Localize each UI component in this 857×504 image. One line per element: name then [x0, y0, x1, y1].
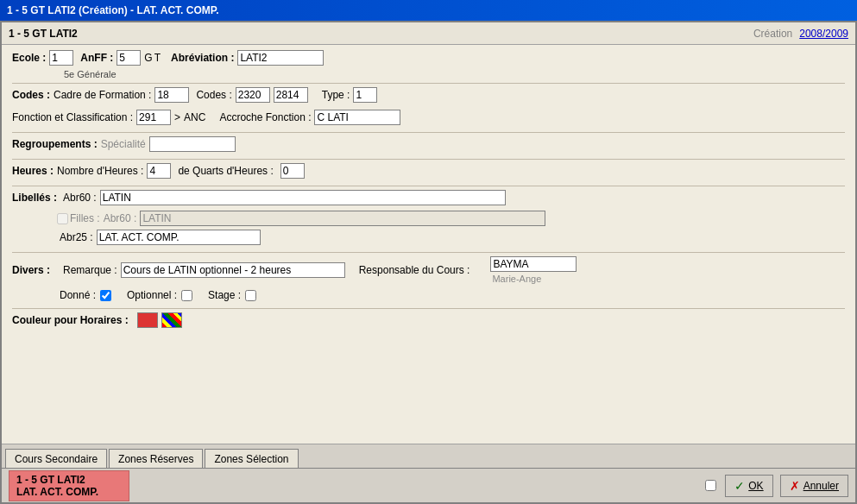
filles-abr60-label: Abr60 : — [104, 212, 137, 224]
sub-label: 5e Générale — [64, 69, 845, 79]
type-input[interactable] — [353, 87, 377, 103]
responsable-label: Responsable du Cours : — [359, 264, 470, 276]
row-fonction: Fonction et Classification : > ANC Accro… — [12, 110, 845, 125]
ecole-input[interactable] — [49, 50, 73, 66]
abr60-label: Abr60 : — [63, 192, 97, 204]
ecole-label: Ecole : — [12, 52, 46, 64]
tab-zones-reserves[interactable]: Zones Réserves — [109, 449, 203, 468]
quarts-input[interactable] — [280, 163, 305, 179]
t-label: T — [154, 52, 161, 64]
row-filles: Filles : Abr60 : — [55, 211, 845, 226]
type-label: Type : — [322, 89, 350, 101]
optionnel-checkbox[interactable] — [181, 290, 192, 301]
stage-label: Stage : — [208, 289, 241, 301]
form-area: Ecole : AnFF : G T Abréviation : 5e Géné… — [2, 45, 855, 444]
specialite-input[interactable] — [149, 136, 236, 152]
optionnel-label: Optionnel : — [127, 289, 177, 301]
status-line2: LAT. ACT. COMP. — [16, 486, 122, 498]
ok-button[interactable]: ✓ OK — [725, 475, 772, 497]
tab-zones-selection[interactable]: Zones Sélection — [205, 449, 298, 468]
tab-cours-secondaire[interactable]: Cours Secondaire — [5, 449, 107, 468]
specialite-label: Spécialité — [101, 138, 146, 150]
ok-label: OK — [748, 480, 763, 492]
abr25-input[interactable] — [97, 230, 261, 245]
title-bar-text: 1 - 5 GT LATI2 (Création) - LAT. ACT. CO… — [7, 4, 219, 16]
stage-checkbox[interactable] — [245, 290, 256, 301]
nombre-heures-input[interactable] — [147, 163, 171, 179]
row-ecole: Ecole : AnFF : G T Abréviation : — [12, 50, 845, 66]
separator-4 — [12, 186, 845, 186]
anc-label: ANC — [184, 111, 205, 123]
row-abr25: Abr25 : — [60, 230, 845, 245]
separator-5 — [12, 252, 845, 253]
fonction-input[interactable] — [136, 110, 171, 125]
status-info: 1 - 5 GT LATI2 LAT. ACT. COMP. — [9, 470, 129, 501]
fonction-label: Fonction et Classification : — [12, 111, 133, 123]
row-divers: Divers : Remarque : Responsable du Cours… — [12, 256, 845, 284]
separator-1 — [12, 83, 845, 84]
heures-label: Heures : — [12, 165, 54, 177]
anff-label: AnFF : — [80, 52, 113, 64]
codes-header: Codes : — [12, 89, 50, 101]
responsable-name: Marie-Ange — [492, 274, 577, 284]
remarque-input[interactable] — [121, 262, 345, 278]
row-couleur: Couleur pour Horaires : — [12, 312, 845, 328]
responsable-block: Marie-Ange — [490, 256, 577, 284]
creation-label: Création — [753, 28, 792, 40]
couleur-label: Couleur pour Horaires : — [12, 314, 129, 326]
abr25-label: Abr25 : — [60, 231, 93, 243]
annuler-button[interactable]: ✗ Annuler — [780, 475, 848, 497]
donne-checkbox[interactable] — [100, 290, 111, 301]
main-window: 1 - 5 GT LATI2 Création 2008/2009 Ecole … — [0, 21, 857, 504]
annuler-label: Annuler — [803, 480, 839, 492]
ok-check-icon: ✓ — [734, 479, 745, 493]
cadre-formation-label: Cadre de Formation : — [54, 89, 151, 101]
separator-3 — [12, 159, 845, 160]
toolbar-row: 1 - 5 GT LATI2 Création 2008/2009 — [2, 22, 855, 45]
anff-input[interactable] — [117, 50, 141, 66]
row-heures: Heures : Nombre d'Heures : de Quarts d'H… — [12, 163, 845, 179]
abr60-input[interactable] — [100, 190, 506, 205]
divers-label: Divers : — [12, 264, 60, 276]
annuler-cross-icon: ✗ — [790, 479, 800, 493]
remarque-label: Remarque : — [63, 264, 117, 276]
row-libelles-header: Libellés : Abr60 : — [12, 190, 845, 205]
year-link[interactable]: 2008/2009 — [799, 28, 848, 40]
filles-label: Filles : — [70, 212, 100, 224]
separator-2 — [12, 132, 845, 133]
donne-label: Donné : — [60, 289, 96, 301]
toolbar-right: Création 2008/2009 — [753, 28, 848, 40]
code2-input[interactable] — [274, 87, 308, 103]
row-donne: Donné : Optionnel : Stage : — [60, 289, 845, 301]
responsable-input[interactable] — [490, 256, 577, 272]
row-codes: Codes : Cadre de Formation : Codes : Typ… — [12, 87, 845, 103]
accroche-input[interactable] — [314, 110, 400, 125]
lib-label: Libellés : — [12, 192, 60, 204]
abreviation-label: Abréviation : — [171, 52, 234, 64]
row-regroupements: Regroupements : Spécialité — [12, 136, 845, 152]
nombre-heures-label: Nombre d'Heures : — [57, 165, 143, 177]
title-bar: 1 - 5 GT LATI2 (Création) - LAT. ACT. CO… — [0, 0, 857, 21]
filles-abr60-input[interactable] — [140, 211, 545, 226]
abreviation-input[interactable] — [237, 50, 324, 66]
status-bar: 1 - 5 GT LATI2 LAT. ACT. COMP. ✓ OK ✗ An… — [2, 468, 855, 502]
accroche-label: Accroche Fonction : — [219, 111, 311, 123]
status-buttons: ✓ OK ✗ Annuler — [703, 475, 848, 497]
code1-input[interactable] — [236, 87, 270, 103]
toolbar-lati2: 1 - 5 GT LATI2 — [9, 28, 78, 40]
status-line1: 1 - 5 GT LATI2 — [16, 474, 122, 486]
color-box[interactable] — [137, 312, 158, 328]
regroupements-label: Regroupements : — [12, 138, 98, 150]
gt-symbol: > — [174, 111, 180, 123]
status-checkbox[interactable] — [705, 480, 716, 491]
bottom-tabs: Cours Secondaire Zones Réserves Zones Sé… — [2, 444, 855, 468]
codes-label2: Codes : — [196, 89, 231, 101]
quarts-label: de Quarts d'Heures : — [178, 165, 273, 177]
filles-checkbox[interactable] — [57, 213, 68, 224]
cadre-formation-input[interactable] — [154, 87, 189, 103]
g-label: G — [144, 52, 152, 64]
color-pattern[interactable] — [161, 312, 182, 328]
separator-6 — [12, 308, 845, 309]
